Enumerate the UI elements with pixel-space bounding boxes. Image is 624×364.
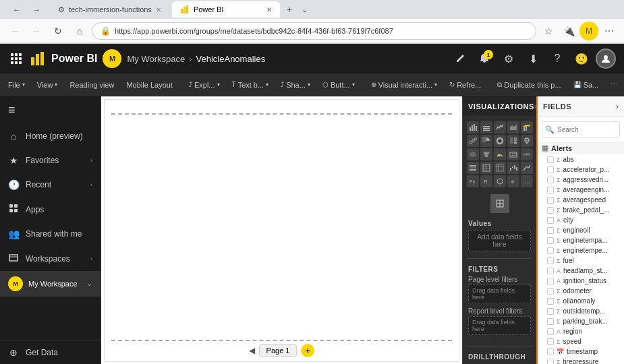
format-icon[interactable]	[490, 194, 509, 213]
toolbar-view[interactable]: View ▾	[32, 78, 63, 92]
viz-custom1[interactable]: ...	[494, 175, 506, 187]
field-enginetempa-checkbox[interactable]	[547, 237, 554, 244]
viz-funnel[interactable]	[480, 148, 492, 160]
field-fuel[interactable]: Σ fuel	[538, 255, 624, 266]
field-city[interactable]: A city	[538, 215, 624, 225]
field-averagespeed[interactable]: Σ averagespeed	[538, 195, 624, 205]
field-fuel-checkbox[interactable]	[547, 257, 554, 264]
field-parkingbrak-checkbox[interactable]	[547, 318, 554, 325]
field-ignition[interactable]: A ignition_status	[538, 276, 624, 286]
tab1-close[interactable]: ✕	[156, 6, 161, 13]
field-region-checkbox[interactable]	[547, 328, 554, 335]
toolbar-visual-interact[interactable]: ⊕ Visual interacti... ▾	[366, 78, 443, 92]
help-button[interactable]: ?	[547, 49, 567, 69]
field-abs[interactable]: Σ abs	[538, 154, 624, 164]
toolbar-explore[interactable]: ⤴ Expl... ▾	[183, 78, 225, 92]
field-oilanomaly[interactable]: Σ oilanomaly	[538, 296, 624, 306]
waffle-menu[interactable]	[8, 51, 24, 67]
field-brakepedal-checkbox[interactable]	[547, 207, 554, 214]
settings-button[interactable]: ⚙	[499, 49, 519, 69]
field-tirepressure-checkbox[interactable]	[547, 359, 554, 365]
tab2-close[interactable]: ✕	[266, 6, 272, 13]
viz-filled-map[interactable]	[467, 148, 479, 160]
field-brakepedal[interactable]: Σ brake_pedal_...	[538, 205, 624, 215]
sidebar-item-getdata[interactable]: ⊕ Get Data	[0, 340, 101, 364]
toolbar-share[interactable]: ⤴ Sha... ▾	[275, 78, 316, 92]
field-timestamp-checkbox[interactable]	[547, 348, 554, 355]
more-button[interactable]: ⋯	[600, 22, 619, 40]
canvas-area[interactable]: ◀ Page 1 +	[104, 99, 459, 362]
field-averageengin[interactable]: Σ averageengin...	[538, 185, 624, 195]
viz-values-drop[interactable]: Add data fields here	[468, 230, 531, 251]
toolbar-refresh[interactable]: ↻ Refre...	[444, 78, 486, 92]
viz-ribbon[interactable]	[521, 162, 533, 174]
new-tab-button[interactable]: +	[283, 4, 296, 15]
field-enginetempe[interactable]: Σ enginetempe...	[538, 245, 624, 255]
toolbar-mobile-layout[interactable]: Mobile Layout	[121, 78, 178, 92]
field-odometer-checkbox[interactable]	[547, 288, 554, 295]
field-accelerator[interactable]: Σ accelerator_p...	[538, 164, 624, 175]
field-headlamp-checkbox[interactable]	[547, 268, 554, 274]
viz-more[interactable]: …	[521, 175, 533, 187]
toolbar-file[interactable]: File ▾	[3, 78, 30, 92]
field-odometer[interactable]: Σ odometer	[538, 286, 624, 296]
viz-combo-chart[interactable]	[521, 121, 533, 133]
field-speed-checkbox[interactable]	[547, 338, 554, 345]
sidebar-hamburger[interactable]: ≡	[0, 96, 101, 124]
field-region[interactable]: A region	[538, 326, 624, 336]
field-outsidetemp[interactable]: Σ outsidetemp...	[538, 306, 624, 316]
viz-python[interactable]: Py	[467, 175, 479, 187]
browser-tab-2[interactable]: Power BI ✕	[172, 1, 280, 18]
viz-card[interactable]: 123	[507, 148, 519, 160]
home-button[interactable]: ⌂	[70, 22, 89, 40]
field-enginetempe-checkbox[interactable]	[547, 247, 554, 254]
fields-panel-chevron[interactable]: ›	[616, 102, 619, 111]
sidebar-item-workspaces[interactable]: Workspaces ›	[0, 246, 101, 271]
viz-gauge[interactable]	[494, 148, 506, 160]
viz-r[interactable]: R	[480, 175, 492, 187]
notifications-button[interactable]: 1	[474, 49, 494, 69]
sidebar-item-home[interactable]: ⌂ Home (preview)	[0, 124, 101, 148]
field-timestamp[interactable]: 📅 timestamp	[538, 346, 624, 357]
viz-line-chart[interactable]	[494, 121, 506, 133]
page-nav-left[interactable]: ◀	[249, 346, 255, 355]
refresh-button[interactable]: ↻	[49, 22, 67, 40]
nav-back[interactable]: ←	[8, 5, 25, 15]
toolbar-reading-view[interactable]: Reading view	[64, 78, 119, 92]
forward-button[interactable]: →	[27, 22, 46, 40]
field-oilanomaly-checkbox[interactable]	[547, 298, 554, 305]
viz-donut-chart[interactable]	[494, 135, 506, 147]
smiley-button[interactable]: 🙂	[571, 49, 592, 69]
viz-treemap[interactable]	[507, 135, 519, 147]
extension-button[interactable]: 🔌	[559, 22, 578, 40]
viz-scatter-chart[interactable]	[467, 135, 479, 147]
viz-col-chart[interactable]	[480, 121, 492, 133]
field-accelerator-checkbox[interactable]	[547, 166, 554, 173]
user-avatar[interactable]: M	[103, 49, 121, 68]
viz-table[interactable]	[480, 162, 492, 174]
viz-waterfall[interactable]	[507, 162, 519, 174]
fields-table-header-alerts[interactable]: ▦ Alerts	[538, 142, 624, 154]
viz-map[interactable]	[521, 135, 533, 147]
field-averageengin-checkbox[interactable]	[547, 187, 554, 193]
field-engineoil[interactable]: Σ engineoil	[538, 225, 624, 235]
bookmark-button[interactable]: ☆	[539, 22, 558, 40]
field-aggressivedri-checkbox[interactable]	[547, 177, 554, 183]
profile-button[interactable]: M	[579, 22, 598, 40]
viz-pie-chart[interactable]	[480, 135, 492, 147]
sidebar-item-favorites[interactable]: ★ Favorites ›	[0, 148, 101, 173]
page-tab-1[interactable]: Page 1	[259, 344, 297, 357]
field-city-checkbox[interactable]	[547, 217, 554, 224]
nav-forward[interactable]: →	[28, 5, 45, 15]
user-profile[interactable]	[596, 49, 616, 69]
download-button[interactable]: ⬇	[523, 49, 543, 69]
address-bar[interactable]: 🔒 https://app.powerbi.com/groups/me/data…	[92, 22, 536, 40]
field-ignition-checkbox[interactable]	[547, 278, 554, 284]
viz-slicer[interactable]	[467, 162, 479, 174]
field-aggressivedri[interactable]: Σ aggressivedri...	[538, 175, 624, 185]
viz-area-chart[interactable]	[507, 121, 519, 133]
field-speed[interactable]: Σ speed	[538, 336, 624, 346]
report-filter-drop[interactable]: Drag data fields here	[468, 316, 531, 335]
sidebar-item-shared[interactable]: 👥 Shared with me	[0, 222, 101, 246]
edit-button[interactable]	[450, 49, 470, 69]
